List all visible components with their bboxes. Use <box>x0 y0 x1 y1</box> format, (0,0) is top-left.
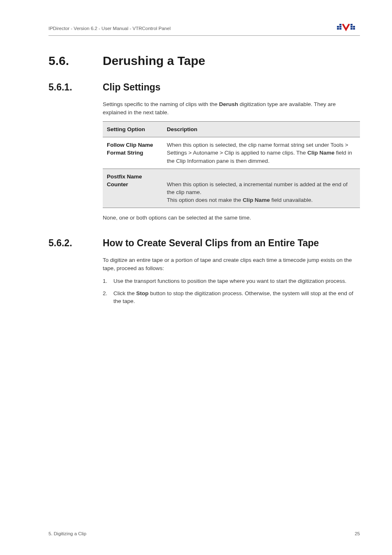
section-number: 5.6. <box>48 54 103 68</box>
cell-description: When this option is selected, a incremen… <box>163 169 360 208</box>
table-row: Postfix Name Counter When this option is… <box>103 169 360 208</box>
table-row: Follow Clip Name Format String When this… <box>103 137 360 169</box>
subsection-number: 5.6.1. <box>48 82 103 93</box>
subsection-number: 5.6.2. <box>48 238 103 249</box>
text-bold: Clip Name <box>243 197 270 203</box>
cell-option: Postfix Name Counter <box>103 169 163 208</box>
svg-rect-4 <box>339 24 341 25</box>
list-item: Click the Stop button to stop the digiti… <box>103 289 360 305</box>
intro-paragraph: To digitize an entire tape or a portion … <box>103 256 360 272</box>
outro-paragraph: None, one or both options can be selecte… <box>103 214 360 222</box>
cell-option: Follow Clip Name Format String <box>103 137 163 169</box>
section-heading: 5.6.Derushing a Tape <box>48 54 360 68</box>
text-bold: Derush <box>219 101 238 107</box>
subsection-heading: 5.6.1.Clip Settings <box>48 82 360 93</box>
svg-rect-9 <box>353 26 355 28</box>
svg-rect-6 <box>350 26 353 28</box>
intro-paragraph: Settings specific to the naming of clips… <box>103 100 360 116</box>
doc-title: IPDirector - Version 6.2 - User Manual -… <box>48 26 171 31</box>
svg-rect-7 <box>350 28 353 30</box>
page-number: 25 <box>355 531 360 536</box>
footer-left: 5. Digitizing a Clip <box>48 531 86 536</box>
col-header-option: Setting Option <box>103 122 163 137</box>
svg-rect-8 <box>353 28 355 30</box>
brand-logo <box>337 24 360 33</box>
text-fragment: field unavailable. <box>270 197 313 203</box>
text-bold: Stop <box>136 290 149 296</box>
text-fragment: Settings specific to the naming of clips… <box>103 101 219 107</box>
table-header-row: Setting Option Description <box>103 122 360 137</box>
subsection-heading: 5.6.2.How to Create Several Clips from a… <box>48 238 360 249</box>
page-footer: 5. Digitizing a Clip 25 <box>48 531 360 536</box>
svg-rect-1 <box>337 26 339 28</box>
page-header: IPDirector - Version 6.2 - User Manual -… <box>48 24 360 33</box>
header-divider <box>48 35 360 36</box>
text-fragment: Click the <box>113 290 136 296</box>
subsection-title: How to Create Several Clips from an Enti… <box>103 238 319 248</box>
section-title: Derushing a Tape <box>103 54 205 67</box>
subsection-title: Clip Settings <box>103 82 161 92</box>
steps-list: Use the transport functions to position … <box>103 277 360 305</box>
svg-rect-5 <box>350 24 353 25</box>
col-header-description: Description <box>163 122 360 137</box>
svg-rect-3 <box>339 26 341 28</box>
list-item: Use the transport functions to position … <box>103 277 360 285</box>
text-fragment: Use the transport functions to position … <box>113 278 346 284</box>
svg-rect-0 <box>337 28 339 30</box>
text-bold: Clip Name <box>307 150 334 156</box>
text-fragment: button to stop the digitization process.… <box>113 290 353 305</box>
cell-description: When this option is selected, the clip n… <box>163 137 360 169</box>
svg-rect-2 <box>339 28 341 30</box>
settings-table: Setting Option Description Follow Clip N… <box>103 121 360 208</box>
